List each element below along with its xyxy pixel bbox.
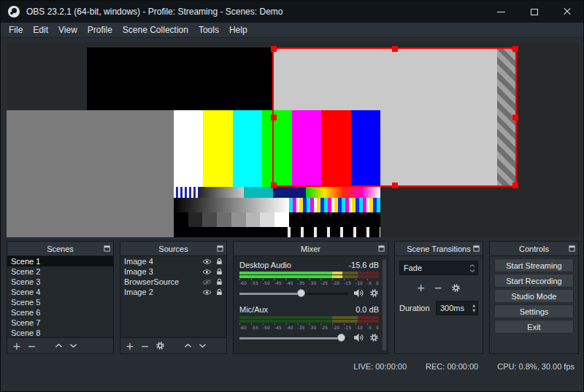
scenes-list: Scene 1 Scene 2 Scene 3 Scene 4 Scene 5 … [7, 256, 113, 337]
handle-bottom-right[interactable] [512, 182, 518, 188]
start-recording-button[interactable]: Start Recording [494, 274, 574, 288]
source-label: Image 3 [124, 267, 202, 276]
dock-icon[interactable] [569, 245, 575, 252]
source-item[interactable]: Image 3 [120, 266, 226, 277]
remove-source-button[interactable]: − [141, 341, 150, 351]
speaker-icon[interactable] [353, 288, 364, 298]
controls-panel-header[interactable]: Controls [490, 242, 578, 256]
volume-slider-knob[interactable] [337, 334, 345, 342]
scene-item[interactable]: Scene 4 [7, 287, 113, 297]
volume-meter [239, 275, 379, 278]
lock-icon[interactable] [216, 288, 223, 296]
scene-item[interactable]: Scene 3 [7, 277, 113, 287]
mixer-panel-header[interactable]: Mixer [234, 242, 388, 256]
volume-slider[interactable] [239, 331, 348, 345]
handle-top-left[interactable] [271, 46, 277, 52]
db-tick-label: -40 [286, 325, 293, 330]
menu-edit[interactable]: Edit [28, 23, 53, 37]
lock-icon[interactable] [216, 258, 223, 265]
db-tick-label: -35 [298, 325, 305, 330]
studio-mode-button[interactable]: Studio Mode [494, 289, 574, 303]
sources-panel-header[interactable]: Sources [120, 242, 226, 256]
dock-icon[interactable] [473, 245, 480, 252]
handle-mid-right[interactable] [512, 115, 518, 120]
lock-icon[interactable] [216, 268, 223, 275]
move-source-down-button[interactable] [199, 343, 207, 348]
preview-source-black[interactable] [87, 47, 272, 112]
menu-help[interactable]: Help [224, 23, 253, 37]
preview-source-gray[interactable] [7, 110, 174, 237]
dock-icon[interactable] [217, 245, 223, 252]
minimize-button[interactable] [485, 1, 518, 23]
visibility-icon[interactable] [202, 269, 212, 275]
preview-canvas[interactable] [7, 42, 579, 237]
dock-icon[interactable] [378, 245, 385, 252]
scene-item[interactable]: Scene 2 [7, 266, 113, 277]
db-tick-label: -30 [309, 280, 316, 285]
maximize-icon [531, 9, 538, 15]
lock-icon[interactable] [216, 278, 223, 285]
scene-item[interactable]: Scene 7 [7, 318, 113, 328]
scene-item[interactable]: Scene 6 [7, 307, 113, 318]
handle-top-right[interactable] [512, 46, 518, 52]
volume-slider-knob[interactable] [297, 289, 305, 297]
db-tick-label: -20 [332, 325, 339, 330]
menu-view[interactable]: View [53, 23, 82, 37]
menu-tools[interactable]: Tools [193, 23, 224, 37]
speaker-icon[interactable] [353, 333, 364, 342]
menu-scene-collection[interactable]: Scene Collection [118, 23, 193, 37]
settings-button[interactable]: Settings [494, 304, 574, 318]
handle-top-center[interactable] [392, 46, 398, 52]
scene-item[interactable]: Scene 1 [7, 256, 113, 266]
db-tick-label: -5 [367, 325, 372, 330]
transitions-toolbar: + − [399, 282, 478, 293]
source-item[interactable]: Image 2 [120, 287, 226, 297]
scene-item[interactable]: Scene 8 [7, 328, 113, 337]
duration-spinbox[interactable]: 300ms ▲ ▼ [436, 301, 478, 315]
scenes-panel: Scenes Scene 1 Scene 2 Scene 3 Scene 4 S… [7, 241, 114, 354]
menu-file[interactable]: File [4, 23, 28, 37]
spinbox-arrows[interactable]: ▲ ▼ [472, 303, 475, 313]
gear-icon[interactable] [369, 288, 379, 298]
remove-scene-button[interactable]: − [28, 341, 36, 351]
visibility-icon[interactable] [202, 258, 212, 265]
handle-mid-left[interactable] [271, 115, 277, 120]
db-tick-label: -30 [309, 325, 316, 330]
add-scene-button[interactable]: + [12, 341, 21, 351]
transitions-panel-header[interactable]: Scene Transitions [395, 242, 483, 256]
source-item[interactable]: BrowserSource [120, 277, 226, 287]
close-button[interactable] [550, 1, 583, 23]
visibility-off-icon[interactable] [202, 279, 212, 285]
source-properties-button[interactable] [155, 341, 165, 350]
rec-time: REC: 00:00:00 [426, 362, 478, 371]
start-streaming-button[interactable]: Start Streaming [494, 258, 574, 272]
remove-transition-button[interactable]: − [434, 283, 443, 293]
move-source-up-button[interactable] [184, 343, 192, 348]
add-transition-button[interactable]: + [417, 283, 426, 293]
exit-button[interactable]: Exit [494, 320, 574, 334]
mixer-scrollbar[interactable] [383, 259, 386, 350]
move-scene-up-button[interactable] [55, 343, 63, 348]
handle-bottom-center[interactable] [392, 182, 398, 188]
gear-icon[interactable] [369, 333, 379, 342]
selection-rectangle[interactable] [272, 47, 517, 187]
db-tick-label: -50 [263, 325, 270, 330]
transition-select[interactable]: Fade [399, 261, 478, 275]
scene-item[interactable]: Scene 5 [7, 297, 113, 307]
maximize-button[interactable] [518, 1, 550, 23]
sources-panel-title: Sources [158, 245, 188, 253]
transition-properties-button[interactable] [451, 283, 461, 293]
source-item[interactable]: Image 4 [120, 256, 226, 266]
volume-meter [239, 272, 379, 274]
close-icon [563, 7, 572, 16]
handle-bottom-left[interactable] [271, 182, 277, 188]
scenes-panel-header[interactable]: Scenes [7, 242, 113, 256]
testcard-row2 [174, 187, 380, 198]
volume-slider[interactable] [239, 287, 348, 300]
testcard-gradient-row [174, 198, 380, 212]
add-source-button[interactable]: + [126, 341, 134, 351]
menu-profile[interactable]: Profile [82, 23, 118, 37]
dock-icon[interactable] [104, 245, 110, 252]
move-scene-down-button[interactable] [69, 343, 77, 348]
visibility-icon[interactable] [202, 289, 212, 296]
